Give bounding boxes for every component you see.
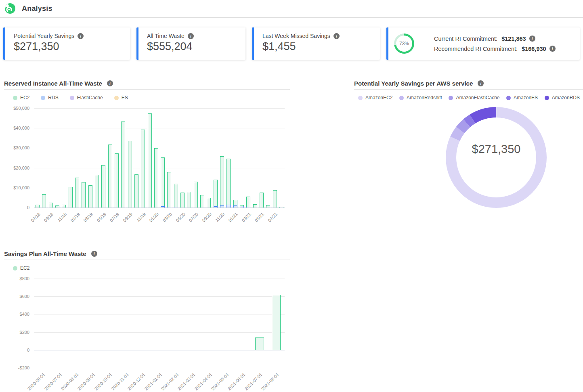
bar-EC2-08/18[interactable] (42, 194, 46, 208)
card-value: $1,455 (262, 40, 380, 53)
bar-EC2-12/18[interactable] (69, 187, 73, 208)
x-axis-tick: 01/20 (148, 212, 159, 223)
bar-EC2-11/19[interactable] (141, 130, 145, 208)
info-icon[interactable]: i (107, 80, 113, 86)
gridline (34, 350, 285, 350)
bar-EC2-07/18[interactable] (36, 205, 40, 208)
x-axis-tick: 09/18 (43, 212, 54, 223)
bar-EC2-11/18[interactable] (62, 205, 66, 208)
sp-waste-bar-chart: EC2 -$2000$200$400$600$800 2020-06-01202… (4, 265, 290, 392)
sp-chart-legend: EC2 (13, 265, 290, 271)
info-icon[interactable]: i (529, 36, 535, 42)
info-icon[interactable]: i (549, 46, 556, 52)
x-axis-tick: 11/19 (135, 212, 146, 222)
bar-EC2-11/20[interactable] (220, 156, 224, 205)
bar-EC2-08/20[interactable] (200, 195, 204, 208)
bar-EC2-05/21[interactable] (260, 193, 264, 208)
bar-EC2-01/19[interactable] (75, 178, 79, 208)
gauge-percent-label: 73% (399, 41, 409, 46)
bar-EC2-2021-07-01[interactable] (255, 337, 264, 350)
bar-EC2-06/20[interactable] (187, 192, 191, 208)
bar-EC2-01/21[interactable] (233, 200, 237, 205)
x-axis-tick: 2021-08-01 (260, 372, 280, 391)
bar-EC2-05/19[interactable] (101, 165, 105, 208)
bar-RDS-12/20[interactable] (226, 205, 231, 208)
card-value: $555,204 (147, 40, 245, 53)
x-axis-tick: 2021-01-01 (143, 372, 163, 391)
sp-chart-plot: -$2000$200$400$600$800 (34, 279, 285, 368)
app-logo-icon[interactable] (4, 3, 16, 15)
legend-item-AmazonElastiCache[interactable]: AmazonElastiCache (449, 95, 499, 101)
legend-label: ElastiCache (77, 95, 103, 101)
card-last-week-missed-savings: Last Week Missed Savings i $1,455 (252, 27, 380, 60)
x-axis-tick: 2021-07-01 (243, 372, 263, 391)
x-axis-tick: 07/19 (109, 212, 120, 223)
x-axis-tick: 07/18 (30, 212, 41, 223)
bar-EC2-02/20[interactable] (161, 157, 165, 206)
panel-savings-per-service: Potential Yearly Savings per AWS service… (354, 80, 583, 208)
x-axis-tick: 01/21 (227, 212, 239, 223)
bar-EC2-07/19[interactable] (115, 153, 119, 208)
panel-title: Potential Yearly Savings per AWS service (354, 80, 473, 87)
divider (4, 260, 290, 260)
bar-EC2-12/20[interactable] (226, 159, 231, 205)
ri-chart-plot: 0$10,000$20,000$30,000$40,000$50,000 (34, 108, 285, 208)
bar-EC2-10/19[interactable] (134, 174, 138, 208)
info-icon[interactable]: i (478, 80, 484, 86)
bar-EC2-04/20[interactable] (174, 184, 178, 206)
info-icon[interactable]: i (333, 33, 340, 39)
y-axis-tick: $50,000 (13, 106, 29, 111)
row-value: $166,930 (522, 46, 546, 52)
gridline (34, 108, 285, 109)
legend-item-ElastiCache[interactable]: ElastiCache (70, 95, 103, 101)
panel-title: Savings Plan All-Time Waste (4, 250, 86, 257)
legend-label: AmazonEC2 (365, 95, 392, 101)
y-axis-tick: $400 (20, 312, 29, 317)
legend-item-EC2[interactable]: EC2 (13, 95, 29, 101)
legend-item-EC2[interactable]: EC2 (13, 265, 29, 271)
bar-EC2-07/21[interactable] (273, 190, 277, 208)
current-ri-commitment-row: Current RI Commitment: $121,863 i (434, 36, 556, 42)
bar-EC2-2021-08-01[interactable] (272, 295, 281, 350)
legend-label: AmazonRDS (552, 95, 580, 101)
card-all-time-waste: All Time Waste i $555,204 (136, 27, 245, 60)
bar-EC2-09/20[interactable] (207, 198, 211, 208)
info-icon[interactable]: i (91, 251, 97, 257)
legend-dot-icon (13, 266, 17, 270)
y-axis-tick: $800 (20, 276, 29, 281)
x-axis-tick: 05/19 (96, 212, 107, 223)
bar-EC2-09/19[interactable] (128, 141, 132, 208)
bar-EC2-07/20[interactable] (194, 182, 198, 208)
bar-EC2-12/19[interactable] (148, 113, 152, 208)
legend-item-AmazonRDS[interactable]: AmazonRDS (545, 95, 580, 101)
charts-area: Reserved Instance All-Time Waste i EC2RD… (4, 80, 583, 392)
bar-EC2-04/19[interactable] (95, 175, 99, 208)
ri-coverage-gauge: 73% (394, 34, 414, 54)
bar-EC2-05/20[interactable] (180, 193, 185, 208)
bar-EC2-03/21[interactable] (246, 197, 250, 206)
legend-dot-icon (545, 96, 549, 100)
x-axis-tick: 2020-07-01 (43, 372, 63, 391)
info-icon[interactable]: i (188, 33, 194, 39)
bar-EC2-02/19[interactable] (82, 182, 86, 208)
bar-EC2-08/19[interactable] (121, 122, 125, 208)
donut-legend: AmazonEC2AmazonRedshiftAmazonElastiCache… (358, 94, 580, 101)
bar-EC2-01/20[interactable] (154, 148, 158, 208)
card-label: All Time Waste (147, 33, 185, 39)
legend-item-AmazonEC2[interactable]: AmazonEC2 (358, 95, 392, 101)
bar-EC2-03/20[interactable] (167, 172, 171, 206)
legend-item-RDS[interactable]: RDS (41, 95, 58, 101)
info-icon[interactable]: i (78, 33, 84, 39)
bar-EC2-04/21[interactable] (253, 204, 257, 208)
bar-EC2-03/19[interactable] (88, 185, 92, 208)
x-axis-tick: 2021-02-01 (160, 372, 180, 391)
legend-item-AmazonES[interactable]: AmazonES (506, 95, 538, 101)
ri-waste-bar-chart: EC2RDSElastiCacheES 0$10,000$20,000$30,0… (4, 94, 290, 231)
legend-item-AmazonRedshift[interactable]: AmazonRedshift (399, 95, 442, 101)
bar-EC2-10/20[interactable] (214, 180, 218, 206)
bar-EC2-09/18[interactable] (49, 203, 53, 208)
legend-item-ES[interactable]: ES (114, 95, 128, 101)
row-value: $121,863 (501, 36, 526, 42)
bar-EC2-06/19[interactable] (108, 145, 112, 208)
bar-EC2-02/21[interactable] (240, 205, 244, 206)
